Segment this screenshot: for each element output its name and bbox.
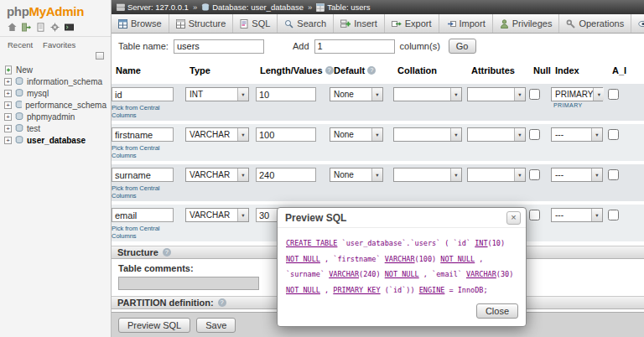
expand-icon[interactable]: +	[4, 101, 12, 109]
chevron-down-icon: ▾	[450, 128, 461, 141]
tab-search[interactable]: Search	[278, 14, 334, 33]
expand-icon[interactable]: +	[4, 78, 12, 86]
dialog-title: Preview SQL	[285, 212, 346, 224]
default-select[interactable]: None▾	[330, 168, 383, 182]
console-icon[interactable]	[65, 23, 74, 32]
central-columns-link[interactable]: Pick from Central Columns	[112, 144, 184, 159]
central-columns-link[interactable]: Pick from Central Columns	[112, 104, 184, 119]
tree-item-mysql[interactable]: + mysql	[3, 87, 108, 99]
ai-checkbox[interactable]	[608, 129, 619, 140]
recent-dropdown[interactable]: Recent	[8, 40, 33, 49]
close-icon[interactable]: ×	[506, 211, 521, 225]
length-input[interactable]	[256, 168, 316, 182]
name-cell: Pick from Central Columns	[112, 87, 184, 119]
logo-text-myadmin: MyAdmin	[29, 4, 84, 18]
tree-item-performance-schema[interactable]: + performance_schema	[3, 99, 108, 111]
table-name-input[interactable]	[174, 39, 264, 54]
null-checkbox[interactable]	[529, 89, 540, 100]
add-columns-input[interactable]	[314, 39, 395, 54]
attributes-select[interactable]: ▾	[467, 87, 526, 101]
chevron-down-icon: ▾	[514, 168, 525, 181]
column-row: Pick from Central Columns VARCHAR▾ None▾…	[112, 164, 644, 201]
panel-collapse-icon[interactable]	[96, 52, 104, 60]
column-name-input[interactable]	[112, 208, 174, 222]
type-select[interactable]: VARCHAR▾	[185, 168, 249, 182]
type-select[interactable]: VARCHAR▾	[185, 127, 249, 142]
chevron-down-icon: ▾	[450, 168, 461, 181]
expand-icon[interactable]: +	[4, 90, 12, 97]
central-columns-link[interactable]: Pick from Central Columns	[112, 225, 184, 240]
phpmyadmin-logo[interactable]: phpMyAdmin	[0, 0, 111, 21]
logout-icon[interactable]	[22, 23, 31, 32]
tab-sql[interactable]: SQL	[233, 14, 278, 33]
collation-select[interactable]: ▾	[393, 87, 462, 101]
chevron-down-icon: ▾	[591, 209, 602, 221]
collation-select[interactable]: ▾	[393, 127, 462, 142]
tree-item-test[interactable]: + test	[3, 122, 108, 134]
table-comments-input[interactable]	[118, 277, 259, 290]
column-name-input[interactable]	[112, 127, 174, 142]
settings-icon[interactable]	[50, 23, 60, 32]
go-button[interactable]: Go	[449, 39, 476, 54]
tab-export[interactable]: Export	[385, 14, 439, 33]
database-icon	[15, 101, 22, 109]
tab-browse[interactable]: Browse	[112, 14, 169, 33]
tree-item-user-database[interactable]: + user_database	[3, 134, 108, 146]
expand-icon[interactable]: +	[4, 137, 12, 144]
null-checkbox[interactable]	[529, 129, 540, 140]
help-icon[interactable]: ?	[163, 248, 171, 257]
length-input[interactable]	[256, 87, 316, 101]
collation-select[interactable]: ▾	[393, 168, 462, 182]
header-index: Index	[555, 65, 610, 75]
help-icon[interactable]: ?	[367, 66, 376, 75]
index-select[interactable]: PRIMARY▾	[551, 87, 603, 101]
tab-operations[interactable]: Operations	[559, 14, 631, 33]
type-select[interactable]: INT▾	[185, 87, 249, 101]
help-icon[interactable]: ?	[218, 298, 226, 307]
help-icon[interactable]: ?	[325, 66, 334, 75]
null-checkbox[interactable]	[529, 169, 540, 180]
null-checkbox[interactable]	[529, 210, 540, 220]
attributes-select[interactable]: ▾	[467, 127, 526, 142]
tab-insert[interactable]: Insert	[334, 14, 385, 33]
index-select[interactable]: ---▾	[551, 127, 603, 142]
expand-icon[interactable]: +	[4, 125, 12, 132]
sql-icon	[240, 19, 248, 29]
index-select[interactable]: ---▾	[551, 168, 603, 182]
expand-icon[interactable]: +	[4, 113, 12, 121]
default-select[interactable]: None▾	[330, 127, 383, 142]
chevron-down-icon: ▾	[591, 168, 602, 181]
tab-import[interactable]: Import	[439, 14, 493, 33]
favorites-dropdown[interactable]: Favorites	[43, 40, 75, 49]
attributes-select[interactable]: ▾	[467, 168, 526, 182]
home-icon[interactable]	[8, 23, 17, 32]
central-columns-link[interactable]: Pick from Central Columns	[112, 184, 184, 200]
tree-item-label: New	[16, 65, 33, 75]
chevron-down-icon: ▾	[237, 168, 248, 181]
tab-tracking[interactable]: Tracking	[631, 14, 644, 33]
chevron-down-icon: ▾	[371, 168, 382, 181]
type-select[interactable]: VARCHAR▾	[185, 208, 249, 222]
column-name-input[interactable]	[112, 168, 174, 182]
length-input[interactable]	[256, 127, 316, 142]
ai-checkbox[interactable]	[608, 169, 619, 180]
breadcrumb-server[interactable]: Server: 127.0.0.1	[117, 3, 189, 12]
tree-item-label: information_schema	[27, 77, 102, 86]
table-icon	[316, 3, 325, 12]
preview-sql-button[interactable]: Preview SQL	[118, 318, 190, 333]
tab-structure[interactable]: Structure	[169, 14, 234, 33]
ai-checkbox[interactable]	[608, 210, 619, 220]
default-select[interactable]: None▾	[330, 87, 383, 101]
column-name-input[interactable]	[112, 87, 174, 101]
save-button[interactable]: Save	[196, 318, 236, 333]
tree-item-phpmyadmin[interactable]: + phpmyadmin	[3, 111, 108, 122]
breadcrumb-database[interactable]: Database: user_database	[201, 3, 304, 12]
close-button[interactable]: Close	[476, 303, 518, 319]
breadcrumb-table[interactable]: Table: users	[316, 3, 370, 12]
tab-privileges[interactable]: Privileges	[493, 14, 560, 33]
tree-item-information-schema[interactable]: + information_schema	[3, 75, 108, 87]
index-select[interactable]: ---▾	[551, 208, 603, 222]
tree-item-new[interactable]: New	[3, 64, 108, 75]
docs-icon[interactable]	[36, 23, 45, 32]
ai-checkbox[interactable]	[608, 89, 619, 100]
